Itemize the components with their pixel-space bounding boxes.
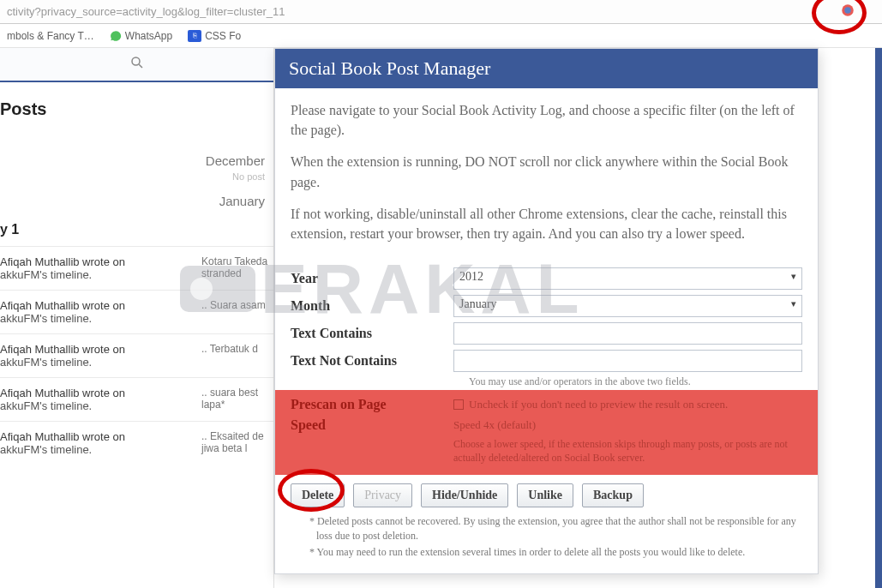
- bookmark-item[interactable]: WhatsApp: [110, 30, 172, 42]
- instruction-paragraph: Please navigate to your Social Book Acti…: [291, 100, 802, 140]
- delete-button[interactable]: Delete: [291, 483, 345, 507]
- year-row: y 1: [0, 222, 273, 237]
- activity-preview-line: .. Eksaited de: [201, 430, 270, 442]
- highlighted-settings: Prescan on Page Uncheck if you don't nee…: [275, 390, 818, 475]
- text-contains-label: Text Contains: [291, 326, 453, 341]
- activity-preview-line: stranded: [201, 267, 270, 279]
- footnote: * Deleted posts cannot be recovered. By …: [309, 514, 802, 543]
- activity-author: Afiqah Muthallib wrote on: [0, 343, 125, 356]
- month-january[interactable]: January: [0, 194, 265, 208]
- year-value: 2012: [459, 270, 483, 283]
- activity-log-panel: Posts December No post January y 1 Afiqa…: [0, 48, 274, 588]
- speed-label: Speed: [291, 417, 453, 433]
- main-area: Posts December No post January y 1 Afiqa…: [0, 48, 882, 588]
- bookmark-item[interactable]: mbols & Fancy T…: [7, 30, 94, 42]
- css-icon: ⎘: [188, 30, 201, 42]
- activity-list: Afiqah Muthallib wrote on akkuFM's timel…: [0, 246, 273, 465]
- bookmark-label: mbols & Fancy T…: [7, 30, 94, 42]
- activity-target: akkuFM's timeline.: [0, 399, 125, 412]
- list-item[interactable]: Afiqah Muthallib wrote on akkuFM's timel…: [0, 333, 273, 377]
- instruction-paragraph: If not working, disable/uninstall all ot…: [291, 204, 802, 243]
- activity-preview-line: Kotaru Takeda: [201, 255, 270, 267]
- month-select[interactable]: January: [453, 295, 802, 317]
- prescan-checkbox[interactable]: [453, 399, 464, 410]
- activity-preview-line: jiwa beta l: [201, 442, 270, 454]
- year-select[interactable]: 2012: [453, 267, 802, 290]
- svg-line-3: [139, 64, 142, 68]
- text-not-contains-input[interactable]: [453, 350, 802, 372]
- extension-icon[interactable]: [839, 2, 856, 19]
- activity-target: akkuFM's timeline.: [0, 356, 125, 369]
- footnote: * You may need to run the extension seve…: [309, 545, 802, 560]
- list-item[interactable]: Afiqah Muthallib wrote on akkuFM's timel…: [0, 246, 273, 290]
- text-not-contains-label: Text Not Contains: [291, 353, 453, 369]
- bookmark-label: CSS Fo: [205, 30, 241, 42]
- activity-target: akkuFM's timeline.: [0, 312, 125, 325]
- text-contains-input[interactable]: [453, 322, 802, 345]
- url-text: ctivity?privacy_source=activity_log&log_…: [7, 5, 285, 18]
- month-value: January: [459, 297, 497, 310]
- browser-url-bar[interactable]: ctivity?privacy_source=activity_log&log_…: [0, 0, 882, 24]
- privacy-button[interactable]: Privacy: [353, 483, 412, 507]
- activity-preview-line: lapa*: [201, 399, 270, 411]
- backup-button[interactable]: Backup: [582, 483, 644, 507]
- activity-author: Afiqah Muthallib wrote on: [0, 299, 125, 312]
- month-label: Month: [291, 298, 453, 314]
- instruction-paragraph: When the extension is running, DO NOT sc…: [291, 152, 802, 191]
- activity-author: Afiqah Muthallib wrote on: [0, 430, 125, 443]
- right-panel: Social Book Post Manager Please navigate…: [274, 48, 882, 588]
- year-label: Year: [291, 271, 453, 286]
- bookmarks-bar: mbols & Fancy T… WhatsApp ⎘ CSS Fo: [0, 24, 882, 48]
- list-item[interactable]: Afiqah Muthallib wrote on akkuFM's timel…: [0, 290, 273, 333]
- activity-author: Afiqah Muthallib wrote on: [0, 387, 125, 399]
- speed-helper: Choose a lower speed, if the extension s…: [453, 438, 802, 465]
- speed-select[interactable]: Speed 4x (default): [453, 418, 802, 432]
- prescan-helper: Uncheck if you don't need to preview the…: [469, 398, 728, 411]
- unlike-button[interactable]: Unlike: [517, 483, 573, 507]
- month-december[interactable]: December: [0, 153, 265, 168]
- month-december-sub: No post: [0, 171, 265, 182]
- footnotes: * Deleted posts cannot be recovered. By …: [275, 513, 818, 573]
- popup-instructions: Please navigate to your Social Book Acti…: [275, 88, 818, 264]
- list-item[interactable]: Afiqah Muthallib wrote on akkuFM's timel…: [0, 377, 273, 421]
- activity-target: akkuFM's timeline.: [0, 268, 125, 281]
- popup-form: Year 2012 Month January Text Contains Te…: [275, 264, 818, 388]
- activity-preview-line: .. suara best: [201, 387, 270, 399]
- extension-popup: Social Book Post Manager Please navigate…: [274, 48, 819, 574]
- list-item[interactable]: Afiqah Muthallib wrote on akkuFM's timel…: [0, 421, 273, 465]
- activity-preview-line: .. Suara asam: [201, 299, 270, 311]
- hide-unhide-button[interactable]: Hide/Unhide: [421, 483, 508, 507]
- bookmark-label: WhatsApp: [125, 30, 172, 42]
- search-icon: [129, 55, 145, 75]
- activity-target: akkuFM's timeline.: [0, 443, 125, 456]
- fb-search-bar[interactable]: [0, 48, 273, 82]
- activity-preview-line: .. Terbatuk d: [201, 343, 270, 355]
- popup-title: Social Book Post Manager: [275, 49, 818, 88]
- bookmark-item[interactable]: ⎘ CSS Fo: [188, 30, 241, 42]
- speed-value: Speed 4x (default): [453, 418, 536, 431]
- svg-point-1: [844, 7, 851, 14]
- svg-point-2: [132, 57, 140, 65]
- posts-heading: Posts: [0, 82, 273, 128]
- whatsapp-icon: [110, 30, 122, 42]
- prescan-label: Prescan on Page: [291, 397, 453, 412]
- activity-author: Afiqah Muthallib wrote on: [0, 255, 125, 268]
- action-buttons-row: Delete Privacy Hide/Unhide Unlike Backup: [275, 475, 818, 513]
- andor-helper: You may use and/or operators in the abov…: [469, 375, 802, 388]
